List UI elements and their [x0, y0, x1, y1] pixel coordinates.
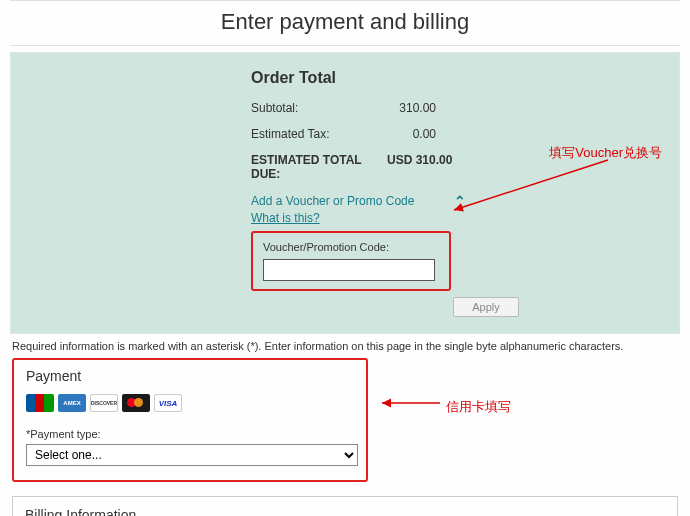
subtotal-row: Subtotal: 310.00	[251, 101, 631, 115]
tax-label: Estimated Tax:	[251, 127, 381, 141]
voucher-code-input[interactable]	[263, 259, 435, 281]
payment-heading: Payment	[26, 368, 354, 384]
amex-card-icon: AMEX	[58, 394, 86, 412]
svg-line-0	[454, 160, 608, 210]
payment-type-select[interactable]: Select one...	[26, 444, 358, 466]
jcb-card-icon	[26, 394, 54, 412]
arrow-creditcard-icon	[378, 398, 448, 408]
card-logos-row: AMEX DISCOVER VISA	[26, 394, 354, 412]
total-label: ESTIMATED TOTAL DUE:	[251, 153, 381, 181]
visa-card-icon: VISA	[154, 394, 182, 412]
billing-section: Billing Information This information mus…	[12, 496, 678, 516]
add-voucher-link[interactable]: Add a Voucher or Promo Code	[251, 194, 414, 208]
tax-value: 0.00	[381, 127, 436, 141]
total-value: USD 310.00	[387, 153, 452, 181]
subtotal-label: Subtotal:	[251, 101, 381, 115]
arrow-voucher-icon	[448, 156, 618, 216]
payment-section: Payment AMEX DISCOVER VISA *Payment type…	[12, 358, 368, 482]
voucher-code-block: Voucher/Promotion Code:	[251, 231, 451, 291]
voucher-label: Voucher/Promotion Code:	[263, 241, 439, 253]
annotation-creditcard-hint: 信用卡填写	[446, 398, 511, 416]
payment-type-label: *Payment type:	[26, 428, 354, 440]
page-title: Enter payment and billing	[10, 0, 680, 46]
apply-button[interactable]: Apply	[453, 297, 519, 317]
order-total-heading: Order Total	[251, 69, 631, 87]
mastercard-card-icon	[122, 394, 150, 412]
subtotal-value: 310.00	[381, 101, 436, 115]
billing-heading: Billing Information	[25, 507, 665, 516]
discover-card-icon: DISCOVER	[90, 394, 118, 412]
tax-row: Estimated Tax: 0.00	[251, 127, 631, 141]
required-info-note: Required information is marked with an a…	[12, 340, 678, 352]
